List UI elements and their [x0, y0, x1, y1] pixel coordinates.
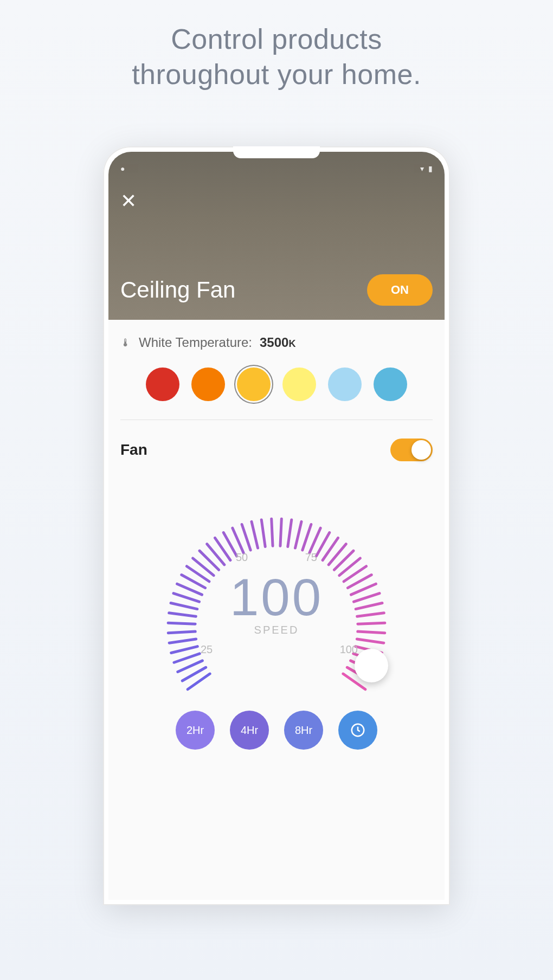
speed-slider-thumb[interactable] — [355, 649, 388, 682]
fan-toggle[interactable] — [390, 439, 433, 461]
timer-clock-button[interactable] — [338, 711, 377, 750]
color-swatch-0[interactable] — [146, 368, 179, 401]
battery-icon: ▮ — [428, 164, 433, 173]
gauge-tick-50: 50 — [236, 551, 248, 564]
color-swatch-5[interactable] — [374, 368, 407, 401]
headline-line-2: throughout your home. — [132, 59, 421, 90]
status-left-icon: ● — [120, 164, 125, 173]
svg-line-22 — [261, 520, 265, 547]
svg-line-27 — [303, 524, 311, 550]
speed-gauge[interactable]: 50 75 25 100 100 SPEED — [141, 486, 412, 692]
timer-2hr-button[interactable]: 2Hr — [176, 711, 215, 750]
color-swatch-1[interactable] — [191, 368, 225, 401]
marketing-headline: Control products throughout your home. — [132, 22, 421, 92]
color-swatch-3[interactable] — [282, 368, 316, 401]
svg-line-5 — [169, 639, 196, 643]
svg-line-42 — [357, 639, 383, 643]
phone-screen: ● ▾ ▮ ✕ Ceiling Fan ON 🌡 White Temperatu… — [108, 152, 445, 900]
temperature-label: White Temperature: — [139, 335, 252, 350]
gauge-tick-25: 25 — [201, 643, 213, 656]
timer-4hr-button[interactable]: 4Hr — [230, 711, 269, 750]
timer-row: 2Hr4Hr8Hr — [120, 711, 433, 750]
fan-toggle-row: Fan — [120, 439, 433, 461]
svg-line-3 — [174, 654, 200, 662]
headline-line-1: Control products — [171, 23, 382, 55]
phone-notch — [233, 146, 320, 158]
color-swatch-2[interactable] — [237, 368, 271, 401]
device-title: Ceiling Fan — [120, 277, 235, 303]
svg-line-24 — [280, 519, 281, 546]
device-header: ● ▾ ▮ ✕ Ceiling Fan ON — [108, 152, 445, 320]
wifi-icon: ▾ — [420, 164, 424, 173]
status-bar: ● ▾ ▮ — [120, 162, 433, 176]
power-button[interactable]: ON — [367, 274, 433, 306]
speed-caption: SPEED — [141, 624, 412, 636]
phone-frame: ● ▾ ▮ ✕ Ceiling Fan ON 🌡 White Temperatu… — [103, 146, 450, 905]
temperature-value: 3500K — [260, 335, 295, 350]
gauge-tick-100: 100 — [340, 643, 358, 656]
svg-line-26 — [295, 521, 302, 548]
device-controls: 🌡 White Temperature: 3500K Fan 50 75 25 … — [108, 320, 445, 900]
svg-line-20 — [242, 524, 250, 550]
svg-line-4 — [171, 647, 198, 653]
svg-line-25 — [288, 520, 292, 547]
svg-line-23 — [272, 519, 273, 546]
close-icon[interactable]: ✕ — [120, 190, 137, 212]
timer-8hr-button[interactable]: 8Hr — [284, 711, 323, 750]
svg-line-21 — [252, 521, 258, 548]
white-temperature-row: 🌡 White Temperature: 3500K — [120, 335, 433, 350]
fan-label: Fan — [120, 441, 147, 459]
speed-value: 100 — [141, 568, 412, 627]
color-picker-row — [120, 368, 433, 420]
thermometer-icon: 🌡 — [120, 337, 131, 349]
color-swatch-4[interactable] — [328, 368, 362, 401]
toggle-knob — [411, 440, 431, 460]
clock-icon — [350, 722, 366, 738]
gauge-tick-75: 75 — [305, 551, 317, 564]
